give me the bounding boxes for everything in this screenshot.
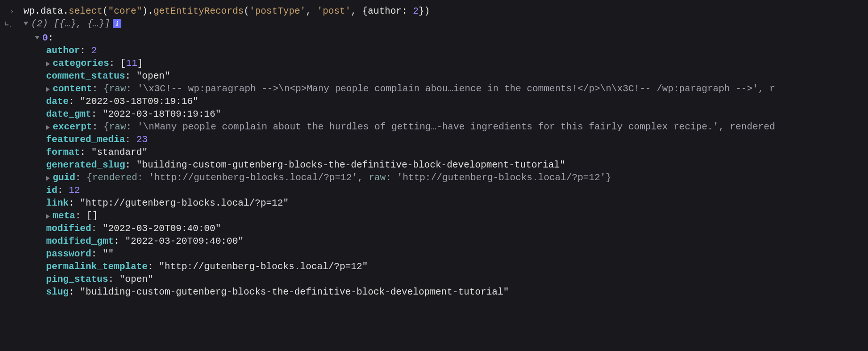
prop-ping-status: ping_status: "open"	[4, 273, 864, 286]
expand-toggle-item-0[interactable]	[35, 36, 39, 40]
object-index-row: 0:	[4, 32, 864, 44]
prop-author: author: 2	[4, 44, 864, 57]
expand-toggle-root[interactable]	[24, 22, 28, 25]
response-icon: ·	[4, 23, 18, 32]
prop-id: id: 12	[4, 184, 864, 197]
prop-comment-status: comment_status: "open"	[4, 70, 864, 82]
console-input-code: wp.data.select("core").getEntityRecords(…	[18, 5, 864, 17]
prop-categories: categories: [11]	[4, 57, 864, 70]
prop-guid: guid: {rendered: 'http://gutenberg-block…	[4, 171, 864, 184]
array-length: (2)	[31, 18, 48, 29]
expand-toggle-meta[interactable]	[46, 214, 50, 219]
expand-toggle-guid[interactable]	[46, 176, 50, 181]
array-index: 0	[42, 32, 48, 43]
prop-permalink-template: permalink_template: "http://gutenberg-bl…	[4, 260, 864, 273]
prop-meta: meta: []	[4, 209, 864, 222]
prop-link: link: "http://gutenberg-blocks.local/?p=…	[4, 197, 864, 209]
prompt-icon: ›	[4, 7, 18, 17]
expand-toggle-excerpt[interactable]	[46, 125, 50, 130]
prop-content: content: {raw: '\x3C!-- wp:paragraph -->…	[4, 82, 864, 95]
prop-date: date: "2022-03-18T09:19:16"	[4, 95, 864, 108]
prop-format: format: "standard"	[4, 146, 864, 159]
prop-excerpt: excerpt: {raw: '\nMany people complain a…	[4, 120, 864, 133]
prop-modified-gmt: modified_gmt: "2022-03-20T09:40:00"	[4, 235, 864, 247]
console-result-row: · (2) [{…}, {…}]i	[4, 17, 864, 32]
array-preview: [{…}, {…}]	[54, 18, 110, 29]
prop-slug: slug: "building-custom-gutenberg-blocks-…	[4, 286, 864, 298]
prop-featured-media: featured_media: 23	[4, 133, 864, 146]
prop-date-gmt: date_gmt: "2022-03-18T09:19:16"	[4, 108, 864, 120]
prop-password: password: ""	[4, 247, 864, 260]
prop-generated-slug: generated_slug: "building-custom-gutenbe…	[4, 159, 864, 171]
info-icon[interactable]: i	[113, 19, 121, 28]
prop-modified: modified: "2022-03-20T09:40:00"	[4, 222, 864, 235]
console-input-row[interactable]: › wp.data.select("core").getEntityRecord…	[4, 5, 864, 17]
expand-toggle-categories[interactable]	[46, 62, 50, 66]
expand-toggle-content[interactable]	[46, 87, 50, 92]
